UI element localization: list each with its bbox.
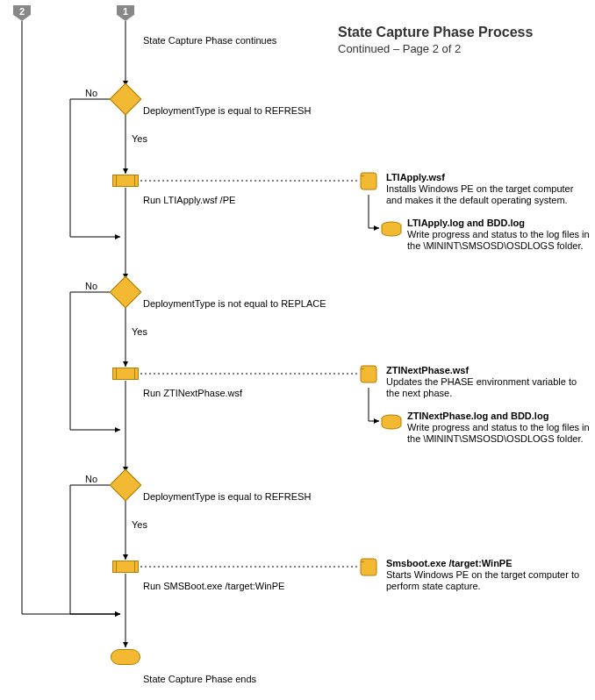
page-title: State Capture Phase Process: [338, 25, 533, 40]
process-3: [112, 561, 139, 573]
decision-1-no: No: [85, 88, 97, 99]
scroll-icon: [360, 364, 377, 383]
ann2-db-desc: Write progress and status to the log fil…: [407, 422, 595, 445]
page-header: State Capture Phase Process Continued – …: [338, 25, 533, 55]
page-subtitle: Continued – Page 2 of 2: [338, 42, 533, 55]
process-1: [112, 175, 139, 187]
ann3-scroll-title: Smsboot.exe /target:WinPE: [386, 558, 513, 569]
ann1-db-desc: Write progress and status to the log fil…: [407, 229, 595, 252]
ann2-db-title: ZTINextPhase.log and BDD.log: [407, 411, 548, 422]
decision-1-text: DeploymentType is equal to REFRESH: [143, 105, 311, 117]
ann2-scroll-desc: Updates the PHASE environment variable t…: [386, 376, 588, 399]
ann2-scroll-title: ZTINextPhase.wsf: [386, 365, 469, 376]
scroll-icon: [360, 171, 377, 190]
scroll-icon: [360, 557, 377, 576]
decision-2-yes: Yes: [132, 326, 147, 338]
decision-3-no: No: [85, 474, 97, 485]
ann1-db-title: LTIApply.log and BDD.log: [407, 218, 525, 229]
decision-3-text: DeploymentType is equal to REFRESH: [143, 491, 311, 503]
process-2: [112, 368, 139, 380]
decision-2-text: DeploymentType is not equal to REPLACE: [143, 298, 326, 310]
process-1-label: Run LTIApply.wsf /PE: [143, 195, 235, 206]
ann1-scroll-desc: Installs Windows PE on the target comput…: [386, 183, 588, 206]
end-label: State Capture Phase ends: [143, 674, 256, 685]
start-label: State Capture Phase continues: [143, 35, 276, 46]
decision-1-yes: Yes: [132, 133, 147, 145]
decision-3-yes: Yes: [132, 519, 147, 531]
process-2-label: Run ZTINextPhase.wsf: [143, 388, 242, 399]
terminator-end: [111, 649, 140, 665]
database-icon: [381, 221, 402, 235]
ann3-scroll-desc: Starts Windows PE on the target computer…: [386, 569, 588, 592]
decision-2-no: No: [85, 281, 97, 292]
process-3-label: Run SMSBoot.exe /target:WinPE: [143, 581, 284, 592]
ann1-scroll-title: LTIApply.wsf: [386, 172, 445, 183]
database-icon: [381, 414, 402, 428]
